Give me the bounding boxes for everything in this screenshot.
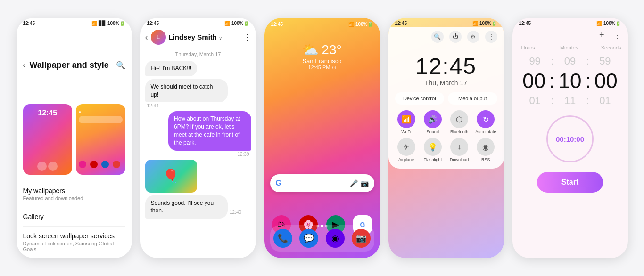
msg2-time: 12:34 xyxy=(145,103,251,108)
weather-icon: ⛅ xyxy=(302,42,319,57)
weather-temp: 23° xyxy=(322,42,341,57)
back-icon-1[interactable]: ‹ xyxy=(23,60,26,70)
wallpaper-grid: 12:45 ● xyxy=(17,104,132,181)
qp-settings-icon[interactable]: ⚙ xyxy=(467,31,479,43)
download-toggle[interactable]: ↓ Download xyxy=(448,138,471,162)
autorotate-toggle-circle: ↻ xyxy=(477,110,495,128)
wallpaper-thumb-right[interactable]: ● xyxy=(76,104,125,175)
search-bar[interactable]: G 🎤 📷 xyxy=(270,174,374,192)
add-timer-icon[interactable]: + xyxy=(599,30,604,40)
status-icons-4: 📶 100%🔋 xyxy=(472,21,497,26)
qp-more-icon[interactable]: ⋮ xyxy=(485,31,497,43)
message-bubble-4: Sounds good. I'll see you then. xyxy=(145,195,228,219)
status-time-1: 12:45 xyxy=(23,21,35,26)
app-dot-2 xyxy=(48,162,58,171)
timer-columns-header: Hours Minutes Seconds xyxy=(512,43,628,54)
autorotate-toggle-label: Auto rotate xyxy=(475,130,496,134)
battery-icon-1: 100%🔋 xyxy=(107,21,125,26)
main-colon-2: : xyxy=(585,70,591,92)
seconds-label: Seconds xyxy=(601,45,621,50)
start-button[interactable]: Start xyxy=(537,172,603,193)
my-wallpapers-item[interactable]: My wallpapers Featured and downloaded xyxy=(23,181,125,207)
sound-toggle[interactable]: 🔊 Sound xyxy=(421,110,444,134)
battery-icon-3: 100%🔋 xyxy=(355,22,373,27)
app3-icon: ◉ xyxy=(326,229,345,248)
contact-info: Lindsey Smith ∨ xyxy=(169,33,241,41)
wifi-icon-4: 📶 xyxy=(472,21,478,26)
message-area: Thursday, March 17 Hi~! I'm BACK!!! We s… xyxy=(140,49,256,258)
app-icon-thumb-3 xyxy=(101,161,109,168)
clock-display: 12:45 Thu, March 17 xyxy=(393,46,499,89)
app-icon-thumb-2 xyxy=(90,161,98,168)
dock-app3[interactable]: ◉ xyxy=(324,229,346,248)
quickpanel-phone: 12:45 📶 100%🔋 🔍 ⏻ ⚙ ⋮ 12:45 Thu, March 1… xyxy=(388,18,504,258)
my-wallpapers-sub: Featured and downloaded xyxy=(23,195,125,201)
homescreen-bg: 12:45 📶 100%🔋 ⛅ 23° San Francisco 12:45 … xyxy=(264,18,380,258)
top-seconds: 59 xyxy=(589,55,621,67)
colon-spacer-2 xyxy=(585,45,594,52)
hours-label: Hours xyxy=(519,45,537,50)
device-control-btn[interactable]: Device control xyxy=(395,92,445,105)
flashlight-toggle[interactable]: 💡 Flashlight xyxy=(421,138,444,162)
autorotate-toggle[interactable]: ↻ Auto rotate xyxy=(474,110,497,134)
weather-city: San Francisco xyxy=(264,57,380,65)
more-icon-2[interactable]: ⋮ xyxy=(244,33,251,42)
signal-icon-1: ▊▊ xyxy=(99,21,106,26)
status-time-5: 12:45 xyxy=(519,21,531,26)
timer-more-icon[interactable]: ⋮ xyxy=(613,30,621,40)
status-icons-5: 📶 100%🔋 xyxy=(596,21,621,26)
back-icon-2[interactable]: ‹ xyxy=(145,32,148,42)
wifi-toggle-circle: 📶 xyxy=(397,110,415,128)
wifi-icon-2: 📶 xyxy=(224,21,230,26)
top-minutes: 09 xyxy=(554,55,586,67)
control-buttons: Device control Media ouput xyxy=(393,89,499,108)
main-minutes: 10 xyxy=(555,69,586,93)
status-icons-2: 📶 100%🔋 xyxy=(224,21,249,26)
timer-header: + ⋮ xyxy=(512,27,628,43)
wifi-toggle[interactable]: 📶 Wi-Fi xyxy=(395,110,418,134)
airplane-toggle-label: Airplane xyxy=(398,157,414,162)
qp-power-icon[interactable]: ⏻ xyxy=(449,31,462,43)
status-bar-2: 12:45 📶 100%🔋 xyxy=(140,18,256,27)
mic-icon[interactable]: 🎤 xyxy=(350,179,358,187)
flashlight-toggle-label: Flashlight xyxy=(424,157,442,162)
last-message-row: Sounds good. I'll see you then. 12:40 xyxy=(145,195,251,219)
message-bubble-1: Hi~! I'm BACK!!! xyxy=(145,61,198,76)
lock-screen-item[interactable]: Lock screen wallpaper services Dynamic L… xyxy=(23,227,125,258)
dock-phone[interactable]: 📞 xyxy=(272,229,294,248)
status-icons-1: 📶 ▊▊ 100%🔋 xyxy=(91,21,125,26)
status-bar-4: 12:45 📶 100%🔋 xyxy=(388,18,504,27)
search-icon-1[interactable]: 🔍 xyxy=(116,61,125,70)
wifi-toggle-label: Wi-Fi xyxy=(401,130,411,134)
dock-row: 📞 💬 ◉ 📷 xyxy=(270,225,374,252)
camera-search-icon[interactable]: 📷 xyxy=(361,179,369,187)
timer-main-row: 00 : 10 : 00 xyxy=(512,68,628,94)
gallery-item[interactable]: Gallery xyxy=(23,207,125,227)
qp-search-icon[interactable]: 🔍 xyxy=(431,31,444,43)
bluetooth-toggle[interactable]: ⬡ Bluetooth xyxy=(448,110,471,134)
timer-circle-container: 00:10:00 xyxy=(512,115,628,162)
airplane-toggle[interactable]: ✈ Airplane xyxy=(395,138,418,162)
my-wallpapers-label: My wallpapers xyxy=(23,187,125,195)
search-bar-thumb xyxy=(79,116,123,123)
clock-date: Thu, March 17 xyxy=(393,79,499,87)
dock-messages[interactable]: 💬 xyxy=(298,229,320,248)
media-output-btn[interactable]: Media ouput xyxy=(448,92,497,105)
dock-camera[interactable]: 📷 xyxy=(350,229,372,248)
date-label: Thursday, March 17 xyxy=(145,51,251,57)
main-seconds: 00 xyxy=(591,69,621,93)
google-logo: G xyxy=(276,179,281,187)
message-bubble-2: We should meet to catch up! xyxy=(145,79,228,103)
weather-time: 12:45 PM ⊙ xyxy=(264,65,380,71)
qp-top-icons: 🔍 ⏻ ⚙ ⋮ xyxy=(393,31,499,43)
clock-time: 12:45 xyxy=(393,53,499,79)
weather-display: ⛅ 23° xyxy=(264,42,380,57)
minutes-label: Minutes xyxy=(560,45,578,50)
rss-toggle[interactable]: ◉ RSS xyxy=(474,138,497,162)
status-icons-3: 📶 100%🔋 xyxy=(348,22,373,27)
battery-icon-4: 100%🔋 xyxy=(479,21,497,26)
wallpaper-thumb-left[interactable]: 12:45 xyxy=(23,104,73,175)
message-bubble-3: How about on Thursday at 6PM? If you are… xyxy=(168,111,251,150)
lock-screen-label: Lock screen wallpaper services xyxy=(23,232,125,240)
wifi-icon-1: 📶 xyxy=(91,21,97,26)
